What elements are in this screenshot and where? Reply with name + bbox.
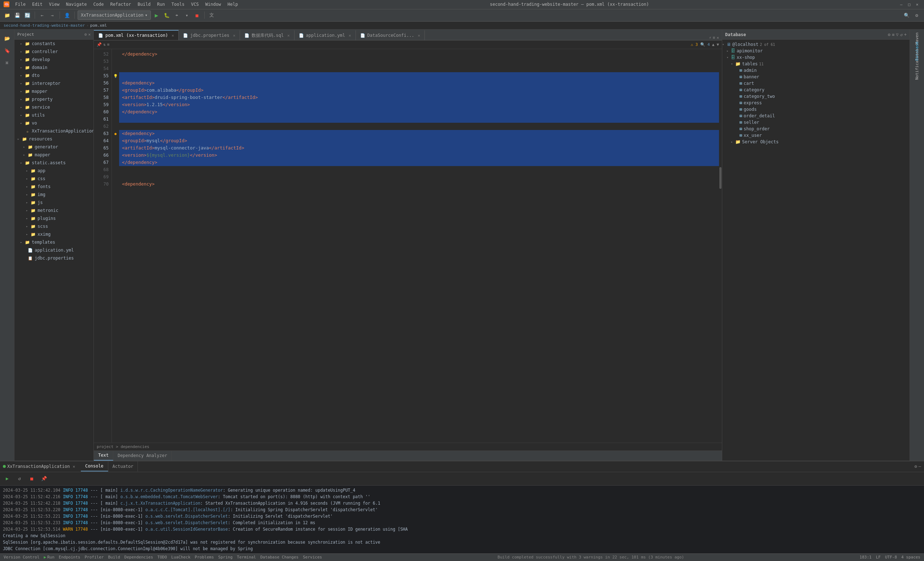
dependency-analyzer-tab[interactable]: Dependency Analyzer — [113, 450, 172, 460]
tree-item-service[interactable]: ▸📁service — [14, 103, 93, 111]
open-file-btn[interactable]: 📁 — [3, 11, 12, 20]
lua-check-btn[interactable]: LuaCheck — [171, 555, 190, 560]
run-btn[interactable]: ▶ — [152, 11, 161, 20]
db-item-goods[interactable]: ⊞ goods — [722, 106, 910, 112]
db-item-order-detail[interactable]: ⊞ order_detail — [722, 112, 910, 119]
tree-item-plugins[interactable]: ▸📁plugins — [14, 214, 93, 222]
structure-icon[interactable]: ⌘ — [2, 57, 13, 69]
tree-item-domain[interactable]: ▸📁domain — [14, 63, 93, 72]
problems-btn[interactable]: Problems — [195, 555, 214, 560]
settings-btn[interactable]: ⚙ — [912, 11, 921, 20]
tab-------sql[interactable]: 📄数据库代码.sql✕ — [240, 30, 294, 40]
db-item-xx-shop[interactable]: ▾ 🗄 xx-shop — [722, 54, 910, 61]
tab-datasourceconfi---[interactable]: 📄DataSourceConfi...✕ — [356, 30, 425, 40]
bookmark-gutter[interactable]: 📌 — [97, 42, 102, 47]
debug-btn[interactable]: 🐛 — [162, 11, 171, 20]
tree-item-jdbc-properties[interactable]: 📋jdbc.properties — [14, 254, 93, 262]
tree-item-metronic[interactable]: ▸📁metronic — [14, 207, 93, 214]
tree-item-resources[interactable]: ▸📁resources — [14, 135, 93, 143]
services-btn[interactable]: Services — [303, 555, 322, 560]
db-item-category[interactable]: ⊞ category — [722, 87, 910, 93]
tree-item-static-assets[interactable]: ▸📁static.assets — [14, 159, 93, 167]
text-tab[interactable]: Text — [94, 450, 113, 460]
tree-item-img[interactable]: ▸📁img — [14, 190, 93, 198]
stop-run-btn[interactable]: ■ — [26, 473, 38, 484]
menu-item-navigate[interactable]: Navigate — [63, 1, 90, 8]
build-btn[interactable]: Build — [108, 555, 120, 560]
db-item--localhost[interactable]: ▾ 🖥 @localhost 2 of 61 — [722, 41, 910, 48]
db-item-tables[interactable]: ▾ 📁 tables 11 — [722, 61, 910, 67]
menu-item-code[interactable]: Code — [91, 1, 107, 8]
translate-btn[interactable]: 文 — [207, 11, 216, 20]
todo-btn[interactable]: TODO — [158, 555, 167, 560]
endpoints-btn[interactable]: Endpoints — [59, 555, 81, 560]
db-item-server-objects[interactable]: ▸ 📁 Server Objects — [722, 139, 910, 145]
rerun-btn[interactable]: ↺ — [14, 473, 25, 484]
db-item-admin[interactable]: ⊞ admin — [722, 67, 910, 74]
breadcrumb-root[interactable]: second-hand-trading-website-master — [4, 23, 85, 28]
sync-btn[interactable]: 🔄 — [23, 11, 32, 20]
run-tab-close[interactable]: ✕ — [72, 464, 75, 469]
db-item-xx-user[interactable]: ⊞ xx_user — [722, 132, 910, 139]
close-btn[interactable]: ✕ — [914, 1, 920, 8]
db-item-banner[interactable]: ⊞ banner — [722, 74, 910, 80]
spring-btn[interactable]: Spring — [218, 555, 233, 560]
tab-close-btn[interactable]: ✕ — [287, 33, 290, 38]
tab-jdbc-properties[interactable]: 📄jdbc.properties✕ — [178, 30, 240, 40]
db-item-shop-order[interactable]: ⊞ shop_order — [722, 126, 910, 132]
tree-item-css[interactable]: ▸📁css — [14, 175, 93, 183]
tab-list-btn[interactable]: ≡ — [713, 35, 716, 40]
editor-scrollbar[interactable] — [719, 49, 722, 442]
tree-item-fonts[interactable]: ▸📁fonts — [14, 183, 93, 190]
tree-item-dto[interactable]: ▸📁dto — [14, 72, 93, 80]
tab-close-btn[interactable]: ✕ — [171, 33, 174, 38]
version-control-btn[interactable]: Version Control — [4, 555, 39, 560]
tab-close-btn[interactable]: ✕ — [349, 33, 351, 38]
db-item-category-two[interactable]: ⊞ category_two — [722, 93, 910, 100]
tree-item-controller[interactable]: ▸📁controller — [14, 48, 93, 56]
minimize-btn[interactable]: — — [898, 1, 904, 8]
pin-tab-btn[interactable]: 📌 — [38, 473, 50, 484]
forward-btn[interactable]: → — [48, 11, 57, 20]
menu-item-help[interactable]: Help — [225, 1, 241, 8]
menu-item-run[interactable]: Run — [154, 1, 168, 8]
diff-gutter[interactable]: ⇅ — [103, 42, 106, 47]
menu-item-window[interactable]: Window — [202, 1, 224, 8]
search-everywhere-btn[interactable]: 🔍 — [902, 11, 911, 20]
db-item-express[interactable]: ⊞ express — [722, 100, 910, 106]
tab-application-yml[interactable]: 📄application.yml✕ — [294, 30, 356, 40]
db-changes-btn[interactable]: Database Changes — [260, 555, 298, 560]
run-config-dropdown[interactable]: XxTransactionApplication ▾ — [78, 10, 151, 20]
maximize-btn[interactable]: □ — [906, 1, 912, 8]
tree-item-constants[interactable]: ▸📁constants — [14, 40, 93, 48]
dependencies-btn[interactable]: Dependencies — [124, 555, 153, 560]
tree-item-utils[interactable]: ▸📁utils — [14, 111, 93, 119]
tree-item-vo[interactable]: ▸📁vo — [14, 119, 93, 127]
db-refresh-btn[interactable]: ↺ — [900, 32, 903, 37]
db-item-apimonitor[interactable]: ▸ 🗄 apimonitor — [722, 48, 910, 54]
menu-item-edit[interactable]: Edit — [29, 1, 45, 8]
tree-item-templates[interactable]: ▸📁templates — [14, 238, 93, 246]
run-status-btn[interactable]: ▶ Run — [44, 555, 54, 560]
db-filter-btn[interactable]: ▽ — [896, 32, 898, 37]
tree-item-generator[interactable]: ▸📁generator — [14, 143, 93, 151]
db-item-cart[interactable]: ⊞ cart — [722, 80, 910, 87]
db-add-btn[interactable]: + — [904, 32, 907, 37]
tree-item-mapper[interactable]: ▸📁mapper — [14, 87, 93, 95]
line-gutter[interactable]: ≡ — [107, 42, 110, 47]
console-tab[interactable]: Console — [81, 461, 108, 471]
code-content[interactable]: </dependency> <dependency> <groupId>com.… — [119, 49, 719, 442]
panel-minimize-btn[interactable]: — — [919, 464, 921, 469]
back-btn[interactable]: ← — [38, 11, 46, 20]
user-btn[interactable]: 👤 — [63, 11, 72, 20]
profiler-btn[interactable]: Profiler — [84, 555, 104, 560]
tree-item-xxtransactionapplication[interactable]: ☕XxTransactionApplication — [14, 127, 93, 135]
db-item-seller[interactable]: ⊞ seller — [722, 119, 910, 126]
tab-close-btn[interactable]: ✕ — [418, 33, 420, 38]
tree-item-xximg[interactable]: ▸📁xximg — [14, 230, 93, 238]
panel-settings-btn[interactable]: ⚙ — [915, 464, 917, 469]
more-run-btn[interactable]: ▾ — [183, 11, 191, 20]
db-settings-btn[interactable]: ⚙ — [888, 32, 890, 37]
sidebar-settings[interactable]: ⚙ — [84, 32, 87, 37]
tree-item-property[interactable]: ▸📁property — [14, 95, 93, 103]
